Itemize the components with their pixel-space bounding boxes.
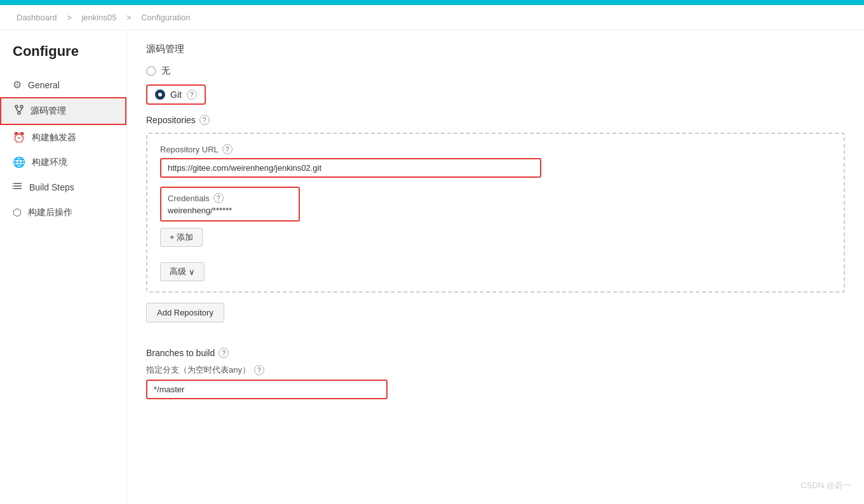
branch-field-label: 指定分支（为空时代表any） ? — [146, 364, 845, 376]
branches-help-icon[interactable]: ? — [219, 348, 229, 358]
breadcrumb-sep2: > — [126, 13, 132, 22]
globe-icon: 🌐 — [13, 156, 25, 168]
credentials-box: Credentials ? weirenheng/****** — [160, 187, 300, 222]
credentials-help-icon[interactable]: ? — [213, 193, 224, 203]
sidebar-item-general[interactable]: ⚙ General — [0, 72, 126, 97]
breadcrumb-dashboard[interactable]: Dashboard — [17, 13, 57, 22]
branch-field-group: 指定分支（为空时代表any） ? — [146, 364, 845, 399]
sidebar-item-build-steps[interactable]: Build Steps — [0, 175, 126, 200]
advanced-button[interactable]: 高级 ∨ — [160, 262, 205, 281]
sidebar-label-post-build: 构建后操作 — [28, 207, 72, 218]
sidebar-title: Configure — [0, 43, 126, 72]
repositories-help-icon[interactable]: ? — [199, 115, 210, 125]
chevron-down-icon: ∨ — [189, 267, 195, 277]
repositories-section: Repositories ? — [146, 115, 845, 125]
radio-circle-git — [155, 90, 165, 100]
hexagon-icon: ⬡ — [13, 206, 22, 218]
gear-icon: ⚙ — [13, 79, 22, 91]
svg-point-2 — [18, 112, 20, 114]
branch-field-help-icon[interactable]: ? — [254, 365, 264, 375]
repository-url-label: Repository URL ? — [160, 144, 831, 154]
sidebar-label-general: General — [28, 80, 60, 90]
layout: Configure ⚙ General 源码管理 ⏰ 构建触发器 — [0, 30, 864, 503]
add-btn-wrapper: + 添加 — [160, 228, 831, 255]
top-bar — [0, 0, 864, 5]
add-credentials-button[interactable]: + 添加 — [160, 228, 203, 247]
add-repository-button[interactable]: Add Repository — [146, 303, 224, 322]
git-help-icon[interactable]: ? — [187, 90, 197, 100]
radio-group-none: 无 — [146, 65, 845, 77]
branches-section: Branches to build ? — [146, 348, 845, 358]
git-label: Git — [170, 90, 182, 100]
add-repository-btn-wrapper: Add Repository — [146, 303, 845, 335]
radio-circle-none — [146, 66, 156, 76]
svg-point-1 — [20, 105, 23, 108]
sidebar: Configure ⚙ General 源码管理 ⏰ 构建触发器 — [0, 30, 127, 503]
svg-line-6 — [19, 110, 22, 112]
repositories-dashed-container: Repository URL ? Credentials ? weirenhen… — [146, 133, 845, 293]
sidebar-item-scm[interactable]: 源码管理 — [0, 97, 126, 125]
git-section-box[interactable]: Git ? — [146, 84, 206, 105]
clock-icon: ⏰ — [13, 131, 25, 143]
credentials-label: Credentials ? — [168, 193, 292, 203]
main-content: 源码管理 无 Git ? Repositories ? Repository U… — [127, 30, 864, 503]
list-icon — [13, 181, 23, 194]
repo-url-help-icon[interactable]: ? — [222, 144, 233, 154]
credentials-value: weirenheng/****** — [168, 206, 292, 215]
sidebar-label-scm: 源码管理 — [30, 105, 66, 117]
section-title: 源码管理 — [146, 43, 845, 55]
breadcrumb-sep1: > — [67, 13, 72, 22]
breadcrumb: Dashboard > jenkins05 > Configuration — [0, 5, 864, 30]
sidebar-item-triggers[interactable]: ⏰ 构建触发器 — [0, 125, 126, 150]
branch-label-text: 指定分支（为空时代表any） — [146, 364, 250, 376]
sidebar-label-build-steps: Build Steps — [29, 182, 74, 192]
breadcrumb-configuration: Configuration — [141, 13, 190, 22]
advanced-btn-wrapper: 高级 ∨ — [160, 262, 831, 281]
repository-url-input[interactable] — [160, 158, 541, 178]
sidebar-label-env: 构建环境 — [32, 157, 67, 168]
svg-point-0 — [15, 105, 18, 108]
repositories-label-text: Repositories — [146, 115, 196, 125]
branches-label-text: Branches to build — [146, 348, 215, 358]
add-repo-label: Add Repository — [157, 308, 213, 317]
repository-url-group: Repository URL ? — [160, 144, 831, 178]
add-btn-label: + 添加 — [170, 232, 193, 243]
branch-input[interactable] — [146, 380, 388, 399]
sidebar-item-env[interactable]: 🌐 构建环境 — [0, 150, 126, 175]
advanced-label: 高级 — [170, 266, 186, 277]
sidebar-item-post-build[interactable]: ⬡ 构建后操作 — [0, 200, 126, 225]
credentials-label-text: Credentials — [168, 194, 210, 203]
radio-option-none[interactable]: 无 — [146, 65, 845, 77]
sidebar-label-triggers: 构建触发器 — [32, 132, 76, 143]
svg-line-5 — [17, 110, 19, 112]
breadcrumb-jenkins05[interactable]: jenkins05 — [81, 13, 116, 22]
fork-icon — [14, 105, 24, 117]
repo-url-label-text: Repository URL — [160, 145, 219, 154]
radio-none-label: 无 — [161, 65, 170, 77]
